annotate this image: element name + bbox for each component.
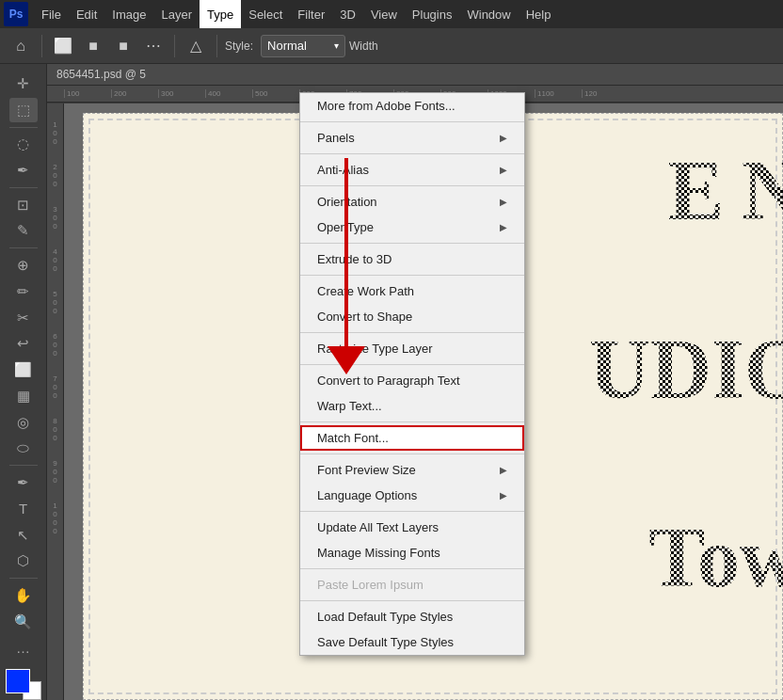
menu-sep-5 [300, 275, 524, 276]
menu-panels-label: Panels [317, 131, 355, 145]
tool-sep-4 [9, 465, 38, 466]
move-tool[interactable]: ✛ [9, 72, 38, 96]
tool-sep-1 [9, 127, 38, 128]
menu-language-options[interactable]: Language Options ▶ [300, 483, 524, 508]
menu-language-options-label: Language Options [317, 488, 417, 502]
brush-tool[interactable]: ✏ [9, 279, 38, 304]
zoom-tool[interactable]: 🔍 [9, 610, 38, 634]
menu-manage-missing-fonts[interactable]: Manage Missing Fonts [300, 540, 524, 565]
canvas-text-layer-3: Tow [648, 509, 783, 606]
marquee-tool[interactable]: ⬜ [50, 33, 76, 59]
menu-create-work-path[interactable]: Create Work Path [300, 278, 524, 304]
menu-edit[interactable]: Edit [69, 0, 104, 28]
menu-sep-7 [300, 364, 524, 365]
tool-4[interactable]: ⋯ [140, 33, 167, 59]
document-tab[interactable]: 8654451.psd @ 5 [47, 64, 783, 86]
menu-plugins[interactable]: Plugins [405, 0, 460, 28]
pen-tool[interactable]: ✒ [9, 470, 38, 495]
orientation-arrow-icon: ▶ [500, 197, 507, 207]
ruler-v-mark: 500 [53, 290, 56, 315]
select-tool[interactable]: ⬚ [9, 98, 38, 122]
menu-more-fonts[interactable]: More from Adobe Fonts... [300, 93, 524, 119]
clone-stamp[interactable]: ✂ [9, 306, 38, 330]
ruler-vertical: 100 200 300 400 500 600 700 800 900 1000 [47, 103, 64, 700]
menu-load-type-styles[interactable]: Load Default Type Styles [300, 604, 524, 629]
menu-font-preview-size[interactable]: Font Preview Size ▶ [300, 457, 524, 483]
dodge-tool[interactable]: ⬭ [9, 437, 38, 461]
ruler-mark: 1100 [535, 89, 582, 98]
menu-extrude-3d[interactable]: Extrude to 3D [300, 247, 524, 272]
menu-warp-text[interactable]: Warp Text... [300, 393, 524, 419]
opentype-arrow-icon: ▶ [500, 222, 507, 232]
menu-update-text-layers[interactable]: Update All Text Layers [300, 515, 524, 540]
menu-convert-paragraph-label: Convert to Paragraph Text [317, 374, 460, 388]
menu-select[interactable]: Select [241, 0, 290, 28]
ruler-v-mark: 300 [53, 205, 56, 231]
ruler-v-mark: 700 [53, 374, 56, 400]
tool-5[interactable]: △ [183, 33, 209, 59]
ruler-v-mark: 800 [53, 417, 56, 442]
eyedropper-tool[interactable]: ✎ [9, 219, 38, 244]
menu-type[interactable]: Type [200, 0, 241, 28]
menu-sep-2 [300, 153, 524, 154]
tool-2[interactable]: ■ [80, 33, 106, 59]
ruler-mark: 200 [111, 89, 158, 98]
style-label: Style: [225, 40, 253, 53]
menu-panels[interactable]: Panels ▶ [300, 125, 524, 151]
menu-opentype-label: OpenType [317, 220, 374, 234]
ruler-mark: 120 [582, 89, 629, 98]
menu-file[interactable]: File [34, 0, 69, 28]
path-select[interactable]: ↖ [9, 523, 38, 548]
ruler-mark: 500 [252, 89, 299, 98]
blur-tool[interactable]: ◎ [9, 410, 38, 435]
options-toolbar: ⌂ ⬜ ■ ■ ⋯ △ Style: Normal ▾ Width [0, 28, 783, 64]
style-select[interactable]: Normal ▾ [261, 35, 345, 57]
menu-3d[interactable]: 3D [332, 0, 363, 28]
menu-view[interactable]: View [363, 0, 405, 28]
menu-more-fonts-label: More from Adobe Fonts... [317, 99, 455, 113]
eraser-tool[interactable]: ⬜ [9, 358, 38, 382]
menu-update-text-layers-label: Update All Text Layers [317, 520, 439, 534]
hand-tool[interactable]: ✋ [9, 583, 38, 608]
extra-tool[interactable]: … [9, 636, 38, 660]
healing-brush[interactable]: ⊕ [9, 253, 38, 278]
history-brush[interactable]: ↩ [9, 331, 38, 356]
menu-save-type-styles[interactable]: Save Default Type Styles [300, 629, 524, 655]
separator-3 [216, 35, 217, 57]
menu-image[interactable]: Image [104, 0, 153, 28]
menu-layer[interactable]: Layer [154, 0, 200, 28]
menu-extrude-3d-label: Extrude to 3D [317, 252, 392, 266]
gradient-tool[interactable]: ▦ [9, 384, 38, 408]
menu-orientation[interactable]: Orientation ▶ [300, 189, 524, 215]
crop-tool[interactable]: ⊡ [9, 193, 38, 217]
magic-wand-tool[interactable]: ✒ [9, 158, 38, 183]
menu-rasterize[interactable]: Rasterize Type Layer [300, 336, 524, 361]
menu-help[interactable]: Help [519, 0, 559, 28]
tool-3[interactable]: ■ [110, 33, 136, 59]
anti-alias-arrow-icon: ▶ [500, 165, 507, 175]
font-preview-arrow-icon: ▶ [500, 465, 507, 475]
foreground-color-swatch[interactable] [6, 669, 30, 693]
menu-filter[interactable]: Filter [290, 0, 332, 28]
menu-sep-6 [300, 332, 524, 333]
menu-convert-shape[interactable]: Convert to Shape [300, 304, 524, 329]
menu-window[interactable]: Window [459, 0, 518, 28]
shape-tool[interactable]: ⬡ [9, 549, 38, 573]
ruler-v-mark: 600 [53, 332, 56, 358]
text-tool[interactable]: T [9, 497, 38, 521]
menu-sep-10 [300, 511, 524, 512]
menu-anti-alias-label: Anti-Alias [317, 163, 369, 177]
menu-sep-11 [300, 568, 524, 569]
lasso-tool[interactable]: ◌ [9, 132, 38, 156]
panels-arrow-icon: ▶ [500, 133, 507, 143]
color-swatches [6, 669, 41, 700]
home-button[interactable]: ⌂ [8, 33, 34, 59]
menu-convert-paragraph[interactable]: Convert to Paragraph Text [300, 368, 524, 393]
tool-sep-2 [9, 187, 38, 188]
menu-sep-9 [300, 453, 524, 454]
menu-match-font[interactable]: Match Font... [300, 425, 524, 451]
menu-match-font-label: Match Font... [317, 431, 389, 445]
menu-opentype[interactable]: OpenType ▶ [300, 215, 524, 240]
main-area: ✛ ⬚ ◌ ✒ ⊡ ✎ ⊕ ✏ ✂ ↩ ⬜ ▦ ◎ ⬭ ✒ T ↖ ⬡ ✋ 🔍 … [0, 64, 783, 700]
menu-anti-alias[interactable]: Anti-Alias ▶ [300, 157, 524, 183]
